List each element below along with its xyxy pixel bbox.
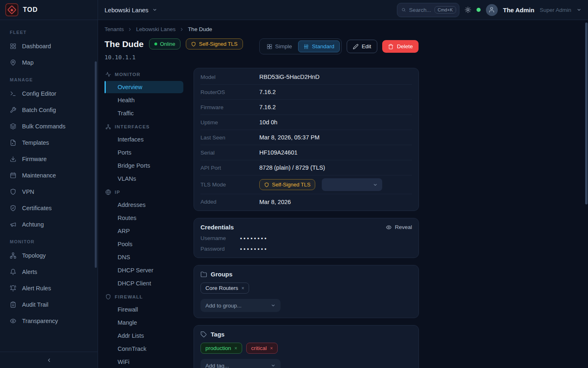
overview-row-last-seen: Last Seen Mar 8, 2026, 05:37 PM — [200, 130, 412, 145]
app-logo-text: TOD — [23, 6, 38, 13]
sidebar-item-label: Dashboard — [22, 43, 51, 49]
add-tag-select[interactable]: Add tag... — [200, 359, 281, 368]
sidebar-item-maintenance[interactable]: Maintenance — [5, 167, 93, 184]
page-body: MONITOR Overview Health Traffic INTERFAC… — [105, 68, 581, 368]
subnav-item-bridge-ports[interactable]: Bridge Ports — [105, 159, 183, 172]
sliders-icon — [303, 44, 309, 49]
tag-chip-critical: critical × — [246, 343, 278, 354]
sidebar-item-config-editor[interactable]: Config Editor — [5, 85, 93, 102]
chevron-down-icon — [373, 182, 378, 187]
page-title: The Dude — [105, 39, 144, 49]
file-icon — [10, 139, 16, 146]
search-shortcut-badge: Cmd+K — [434, 6, 456, 13]
subnav-item-routes[interactable]: Routes — [105, 212, 183, 224]
sidebar-item-dashboard[interactable]: Dashboard — [5, 38, 93, 54]
app-logo-icon — [5, 3, 18, 16]
calendar-icon — [10, 172, 16, 179]
subnav-item-overview[interactable]: Overview — [105, 81, 183, 93]
nav-section-manage: MANAGE — [10, 77, 88, 82]
subnav-item-ports[interactable]: Ports — [105, 146, 183, 159]
credentials-title: Credentials — [200, 224, 234, 231]
chevron-down-icon — [577, 7, 581, 12]
subnav-item-addresses[interactable]: Addresses — [105, 199, 183, 211]
sidebar-collapse-button[interactable] — [0, 352, 98, 368]
network-icon — [105, 124, 111, 130]
topology-icon — [10, 252, 16, 259]
sidebar-item-transparency[interactable]: Transparency — [5, 313, 93, 329]
user-role: Super Admin — [540, 7, 571, 13]
subnav-item-addr-lists[interactable]: Addr Lists — [105, 330, 183, 342]
dashboard-icon — [10, 43, 16, 49]
overview-row-model: Model RBD53iG-5HacD2HnD — [200, 70, 412, 85]
tags-card: Tags production × critical × Add tag... — [194, 325, 419, 368]
globe-icon — [105, 189, 111, 195]
subnav-item-dhcp-server[interactable]: DHCP Server — [105, 264, 183, 276]
toggle-simple[interactable]: Simple — [261, 40, 297, 52]
subnav-item-interfaces[interactable]: Interfaces — [105, 133, 183, 146]
remove-tag-button[interactable]: × — [270, 346, 273, 351]
bell-ring-icon — [10, 285, 16, 292]
shield-check-icon — [10, 205, 16, 211]
megaphone-icon — [10, 221, 16, 228]
chevron-right-icon — [179, 27, 184, 32]
sidebar-item-bulk-commands[interactable]: Bulk Commands — [5, 118, 93, 135]
user-icon — [488, 7, 495, 13]
remove-tag-button[interactable]: × — [234, 346, 237, 351]
sidebar-item-topology[interactable]: Topology — [5, 247, 93, 264]
subnav-item-arp[interactable]: ARP — [105, 225, 183, 237]
sidebar-nav: FLEET Dashboard Map MANAGE Config Editor… — [0, 20, 98, 329]
tls-badge: Self-Signed TLS — [186, 38, 243, 49]
sidebar-item-map[interactable]: Map — [5, 54, 93, 71]
download-icon — [10, 156, 16, 162]
breadcrumb-tenant-name[interactable]: Lebowski Lanes — [136, 26, 176, 32]
app-logo[interactable]: TOD — [0, 0, 98, 20]
add-to-group-select[interactable]: Add to group... — [200, 299, 281, 312]
subnav-section-interfaces: INTERFACES — [105, 120, 183, 132]
delete-button[interactable]: Delete — [382, 40, 419, 53]
subnav-item-health[interactable]: Health — [105, 94, 183, 106]
user-menu-button[interactable] — [577, 7, 581, 12]
theme-toggle-button[interactable] — [465, 7, 471, 13]
tenant-switcher[interactable]: Lebowski Lanes — [105, 7, 157, 13]
subnav-item-conntrack[interactable]: ConnTrack — [105, 343, 183, 355]
sidebar-item-alerts[interactable]: Alerts — [5, 264, 93, 280]
subnav-item-wifi[interactable]: WiFi — [105, 356, 183, 368]
subnav-item-traffic[interactable]: Traffic — [105, 107, 183, 119]
shield-icon — [264, 182, 269, 187]
sidebar-item-label: Config Editor — [22, 90, 56, 97]
sidebar-item-batch-config[interactable]: Batch Config — [5, 102, 93, 118]
subnav-item-dhcp-client[interactable]: DHCP Client — [105, 277, 183, 289]
page-scrollbar[interactable] — [585, 22, 588, 204]
sidebar-item-firmware[interactable]: Firmware — [5, 151, 93, 167]
breadcrumb-tenants[interactable]: Tenants — [105, 26, 124, 32]
toggle-standard[interactable]: Standard — [298, 40, 340, 52]
search-input[interactable]: Search... Cmd+K — [397, 3, 459, 17]
sidebar-item-achtung[interactable]: Achtung — [5, 216, 93, 233]
sidebar-item-alert-rules[interactable]: Alert Rules — [5, 280, 93, 296]
sidebar: TOD FLEET Dashboard Map MANAGE Config Ed… — [0, 0, 98, 368]
eye-icon — [386, 224, 392, 230]
subnav-item-mangle[interactable]: Mangle — [105, 316, 183, 329]
subnav-item-firewall[interactable]: Firewall — [105, 303, 183, 316]
sidebar-item-audit-trail[interactable]: Audit Trail — [5, 296, 93, 313]
overview-row-routeros: RouterOS 7.16.2 — [200, 85, 412, 100]
trash-icon — [388, 44, 394, 49]
tls-mode-select[interactable] — [322, 178, 382, 191]
sidebar-item-label: Achtung — [22, 221, 44, 228]
subnav-item-dns[interactable]: DNS — [105, 251, 183, 263]
chevron-down-icon — [271, 303, 276, 308]
remove-group-button[interactable]: × — [241, 286, 244, 291]
reveal-button[interactable]: Reveal — [386, 224, 412, 230]
avatar[interactable] — [486, 4, 498, 16]
sidebar-item-vpn[interactable]: VPN — [5, 184, 93, 200]
sidebar-item-label: Bulk Commands — [22, 123, 65, 130]
username-masked-value: •••••••• — [240, 235, 268, 241]
subnav-item-vlans[interactable]: VLANs — [105, 173, 183, 185]
sidebar-item-templates[interactable]: Templates — [5, 135, 93, 151]
folder-icon — [200, 271, 207, 278]
sidebar-item-certificates[interactable]: Certificates — [5, 200, 93, 216]
sidebar-item-label: Topology — [22, 252, 46, 259]
subnav-item-pools[interactable]: Pools — [105, 238, 183, 250]
edit-button[interactable]: Edit — [347, 40, 377, 53]
sidebar-scrollbar[interactable] — [95, 61, 97, 268]
